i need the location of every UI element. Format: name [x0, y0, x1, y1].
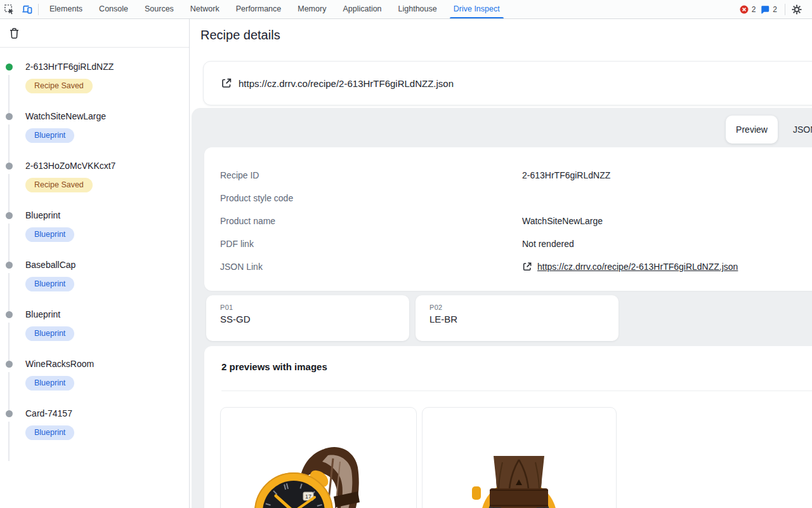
- parts-row: P01 SS-GD P02 LE-BR: [206, 295, 619, 341]
- part-value: LE-BR: [429, 314, 619, 324]
- timeline-rail: [8, 372, 10, 411]
- item-title: 2-613HoZoMcVKKcxt7: [25, 161, 189, 171]
- device-toolbar-icon: [22, 4, 32, 15]
- status-dot: [6, 361, 13, 368]
- part-card-p01[interactable]: P01 SS-GD: [206, 295, 409, 341]
- preview-image-card[interactable]: [422, 407, 617, 508]
- divider: [221, 391, 812, 391]
- timeline-rail: [8, 224, 10, 263]
- external-link-icon: [221, 77, 232, 89]
- toolbar-divider: [38, 4, 39, 15]
- detail-row: Recipe ID 2-613HrTF6giRLdNZZ: [220, 164, 812, 187]
- status-badge: Blueprint: [25, 326, 74, 341]
- detail-label: PDF link: [220, 239, 522, 249]
- timeline-rail: [8, 273, 10, 312]
- list-item[interactable]: BaseballCap Blueprint: [0, 260, 189, 309]
- part-code: P01: [220, 304, 409, 311]
- status-dot: [6, 64, 13, 70]
- tab-console[interactable]: Console: [91, 0, 136, 18]
- tab-network[interactable]: Network: [182, 0, 228, 18]
- list-item[interactable]: Card-74157 Blueprint: [0, 408, 189, 458]
- timeline-rail: [8, 75, 10, 114]
- watch-front-image: 17: [238, 407, 403, 508]
- inspect-element-button[interactable]: [0, 1, 18, 18]
- preview-images-row: 17: [220, 407, 617, 508]
- status-badge: Blueprint: [25, 376, 74, 391]
- gear-icon: [792, 4, 802, 15]
- timeline-rail: [8, 422, 10, 461]
- detail-value-link-wrap: https://cz.drrv.co/recipe/2-613HrTF6giRL…: [522, 262, 738, 272]
- external-link-icon: [522, 262, 532, 272]
- inspect-icon: [4, 4, 15, 15]
- previews-card: 2 previews with images: [204, 346, 812, 508]
- tab-drive-inspect[interactable]: Drive Inspect: [445, 0, 508, 18]
- status-dot: [6, 410, 13, 417]
- status-badge: Blueprint: [25, 227, 74, 242]
- part-card-p02[interactable]: P02 LE-BR: [416, 295, 619, 341]
- watch-back-image: [455, 452, 582, 508]
- tab-elements[interactable]: Elements: [41, 0, 91, 18]
- tab-preview[interactable]: Preview: [726, 116, 778, 144]
- timeline-rail: [8, 323, 10, 362]
- recipe-url-card[interactable]: https://cz.drrv.co/recipe/2-613HrTF6giRL…: [203, 61, 812, 105]
- settings-button[interactable]: [788, 1, 806, 18]
- item-title: WineRacksRoom: [25, 359, 189, 370]
- preview-section: Preview JSON Recipe ID 2-613HrTF6giRLdNZ…: [192, 108, 812, 508]
- tab-memory[interactable]: Memory: [289, 0, 334, 18]
- part-code: P02: [429, 304, 619, 311]
- list-item[interactable]: WineRacksRoom Blueprint: [0, 359, 189, 408]
- item-title: WatchSiteNewLarge: [25, 111, 189, 122]
- recipe-details-panel: Recipe details https://cz.drrv.co/recipe…: [190, 19, 812, 508]
- status-badge: Blueprint: [25, 277, 74, 291]
- preview-image-card[interactable]: 17: [220, 407, 417, 508]
- tab-json[interactable]: JSON: [793, 124, 812, 135]
- tab-application[interactable]: Application: [334, 0, 390, 18]
- status-badge: Blueprint: [25, 425, 74, 440]
- status-badge: Blueprint: [25, 128, 74, 143]
- list-item[interactable]: Blueprint Blueprint: [0, 309, 189, 359]
- status-dot: [6, 262, 13, 269]
- detail-label: Product style code: [220, 193, 522, 203]
- item-title: Blueprint: [25, 210, 189, 221]
- error-icon[interactable]: [740, 5, 749, 14]
- list-item[interactable]: 2-613HrTF6giRLdNZZ Recipe Saved: [0, 62, 189, 111]
- devtools-toolbar: Elements Console Sources Network Perform…: [0, 0, 812, 19]
- error-count[interactable]: 2: [752, 5, 756, 14]
- timeline-rail: [8, 124, 10, 164]
- list-item[interactable]: WatchSiteNewLarge Blueprint: [0, 111, 189, 161]
- recipe-list-sidebar: 2-613HrTF6giRLdNZZ Recipe Saved WatchSit…: [0, 19, 190, 508]
- issues-icon[interactable]: [761, 5, 769, 14]
- list-item[interactable]: Blueprint Blueprint: [0, 210, 189, 260]
- timeline-rail: [8, 174, 10, 213]
- recipe-url[interactable]: https://cz.drrv.co/recipe/2-613HrTF6giRL…: [239, 78, 454, 89]
- detail-row: PDF link Not rendered: [220, 232, 812, 255]
- delete-button[interactable]: [5, 24, 23, 42]
- tab-performance[interactable]: Performance: [228, 0, 290, 18]
- status-dot: [6, 212, 13, 219]
- detail-row: Product style code: [220, 187, 812, 210]
- sidebar-toolbar: [0, 19, 189, 48]
- detail-label: Product name: [220, 216, 522, 226]
- status-dot: [6, 311, 13, 318]
- status-badge: Recipe Saved: [25, 79, 93, 93]
- tab-sources[interactable]: Sources: [136, 0, 182, 18]
- devtools-window: Elements Console Sources Network Perform…: [0, 0, 812, 508]
- json-link[interactable]: https://cz.drrv.co/recipe/2-613HrTF6giRL…: [537, 262, 738, 272]
- status-badge: Recipe Saved: [25, 178, 93, 192]
- item-title: BaseballCap: [25, 260, 189, 271]
- status-dot: [6, 163, 13, 170]
- devtools-status-cluster: 2 2: [740, 1, 812, 18]
- detail-row: Product name WatchSiteNewLarge: [220, 210, 812, 232]
- issue-count[interactable]: 2: [773, 5, 777, 14]
- previews-heading: 2 previews with images: [221, 361, 327, 372]
- list-item[interactable]: 2-613HoZoMcVKKcxt7 Recipe Saved: [0, 161, 189, 210]
- detail-value: 2-613HrTF6giRLdNZZ: [522, 170, 610, 180]
- recipe-list: 2-613HrTF6giRLdNZZ Recipe Saved WatchSit…: [0, 48, 189, 508]
- recipe-details-card: Recipe ID 2-613HrTF6giRLdNZZ Product sty…: [204, 147, 812, 291]
- tab-lighthouse[interactable]: Lighthouse: [390, 0, 445, 18]
- detail-label: JSON Link: [220, 262, 522, 272]
- device-toolbar-button[interactable]: [18, 1, 36, 18]
- status-dot: [6, 113, 13, 120]
- detail-value: WatchSiteNewLarge: [522, 216, 603, 226]
- detail-value: Not rendered: [522, 239, 574, 249]
